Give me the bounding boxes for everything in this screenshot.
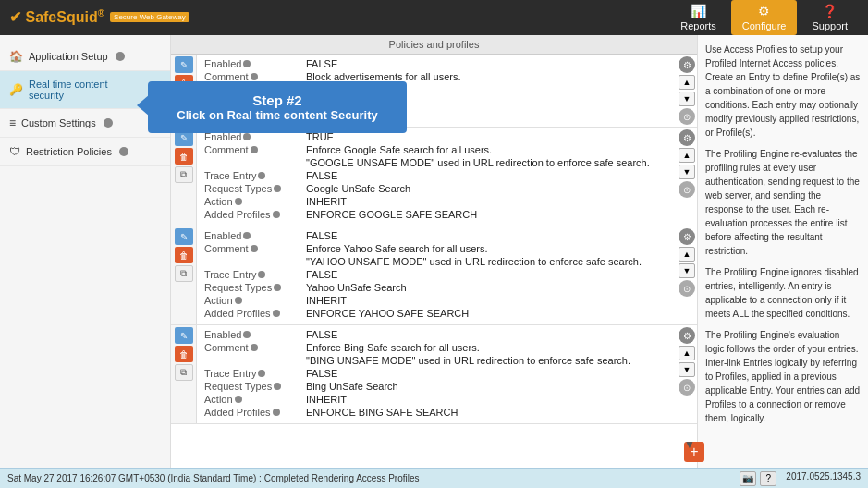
info-dot bbox=[251, 245, 258, 252]
policy-fields-2: Enabled TRUE Comment Enforce Google Safe… bbox=[197, 128, 677, 226]
down-button-4[interactable]: ▼ bbox=[679, 362, 695, 377]
copy-button-2[interactable]: ⧉ bbox=[175, 166, 193, 183]
policy-controls-2: ⚙ ▲ ▼ ⊙ bbox=[677, 128, 697, 226]
gear-button-2b[interactable]: ⊙ bbox=[679, 181, 695, 198]
copy-button-3[interactable]: ⧉ bbox=[175, 265, 193, 282]
field-row: Request Types Google UnSafe Search bbox=[204, 183, 669, 194]
sidebar-item-restriction-policies[interactable]: 🛡 Restriction Policies bbox=[0, 138, 170, 166]
reports-icon: 📊 bbox=[691, 4, 706, 18]
configure-icon: ⚙ bbox=[758, 4, 770, 18]
info-dot bbox=[243, 232, 251, 239]
help-button[interactable]: ? bbox=[760, 471, 776, 486]
down-button-3[interactable]: ▼ bbox=[679, 263, 695, 278]
field-row: Trace Entry FALSE bbox=[204, 368, 669, 379]
step-number: Step #2 bbox=[166, 92, 388, 108]
info-dot bbox=[251, 146, 258, 153]
scroll-down-indicator: ▼ bbox=[684, 438, 695, 451]
arrow-left bbox=[137, 94, 150, 116]
edit-button-3[interactable]: ✎ bbox=[175, 228, 193, 245]
gear-button-3b[interactable]: ⊙ bbox=[679, 280, 695, 297]
info-dot bbox=[235, 396, 242, 403]
info-dot-3 bbox=[119, 147, 128, 156]
gear-button-1b[interactable]: ⊙ bbox=[679, 108, 695, 125]
field-row: Action INHERIT bbox=[204, 394, 669, 405]
settings-icon: ≡ bbox=[9, 116, 16, 129]
field-row: "BING UNSAFE MODE" used in URL redirecti… bbox=[204, 355, 669, 366]
policy-fields-3: Enabled FALSE Comment Enforce Yahoo Safe… bbox=[197, 226, 677, 324]
field-row: Trace Entry FALSE bbox=[204, 170, 669, 181]
logo-icon: ✔ bbox=[9, 10, 21, 26]
field-row: "YAHOO UNSAFE MODE" used in URL redirect… bbox=[204, 256, 669, 267]
policy-controls-1: ⚙ ▲ ▼ ⊙ bbox=[677, 55, 697, 127]
step-instruction: Click on Real time content Security bbox=[166, 108, 388, 122]
logo-subtitle: Secure Web Gateway bbox=[110, 12, 189, 22]
down-button-1[interactable]: ▼ bbox=[679, 92, 695, 106]
edit-button-1[interactable]: ✎ bbox=[175, 56, 193, 73]
step-overlay: Step #2 Click on Real time content Secur… bbox=[148, 81, 407, 133]
nav-support-button[interactable]: ❓ Support bbox=[801, 0, 859, 35]
info-dot bbox=[273, 409, 280, 416]
info-dot bbox=[274, 383, 281, 390]
right-panel: Use Access Profiles to setup your Profil… bbox=[697, 35, 868, 468]
up-button-1[interactable]: ▲ bbox=[679, 75, 695, 90]
info-dot bbox=[251, 73, 258, 80]
policy-actions-2: ✎ 🗑 ⧉ bbox=[171, 128, 197, 226]
logo: ✔ SafeSquid® bbox=[9, 8, 104, 26]
policy-actions-4: ✎ 🗑 ⧉ bbox=[171, 325, 197, 423]
main: 🏠 Application Setup 🔑 Real time content … bbox=[0, 35, 868, 468]
right-panel-text2: The Profiling Engine re-evaluates the pr… bbox=[705, 147, 861, 258]
field-row: Added Profiles ENFORCE GOOGLE SAFE SEARC… bbox=[204, 209, 669, 220]
up-button-2[interactable]: ▲ bbox=[679, 148, 695, 163]
field-row: Request Types Bing UnSafe Search bbox=[204, 381, 669, 392]
nav-reports-button[interactable]: 📊 Reports bbox=[669, 0, 727, 35]
nav-right: 📊 Reports ⚙ Configure ❓ Support bbox=[669, 0, 859, 35]
up-button-4[interactable]: ▲ bbox=[679, 346, 695, 360]
screenshot-button[interactable]: 📷 bbox=[740, 471, 756, 486]
field-row: Request Types Yahoo UnSafe Search bbox=[204, 282, 669, 293]
info-dot bbox=[243, 60, 251, 67]
info-dot bbox=[251, 344, 258, 351]
delete-button-3[interactable]: 🗑 bbox=[175, 247, 193, 263]
field-row: Comment Enforce Yahoo Safe search for al… bbox=[204, 243, 669, 254]
status-text: Sat May 27 2017 16:26:07 GMT+0530 (India… bbox=[7, 473, 420, 483]
right-panel-text4: The Profiling Engine's evaluation logic … bbox=[705, 328, 861, 425]
field-row: Comment Enforce Bing Safe search for all… bbox=[204, 342, 669, 353]
right-panel-text1: Use Access Profiles to setup your Profil… bbox=[705, 43, 861, 140]
policy-controls-3: ⚙ ▲ ▼ ⊙ bbox=[677, 226, 697, 324]
up-button-3[interactable]: ▲ bbox=[679, 247, 695, 262]
info-dot bbox=[273, 211, 280, 218]
info-dot bbox=[258, 172, 265, 179]
gear-button-4b[interactable]: ⊙ bbox=[679, 379, 695, 396]
field-row: Added Profiles ENFORCE BING SAFE SEARCH bbox=[204, 407, 669, 418]
copy-button-4[interactable]: ⧉ bbox=[175, 364, 193, 381]
field-row: Enabled FALSE bbox=[204, 329, 669, 340]
info-dot bbox=[243, 133, 251, 140]
sidebar-item-application-setup[interactable]: 🏠 Application Setup bbox=[0, 43, 170, 71]
info-dot bbox=[274, 284, 281, 291]
field-row: Comment Enforce Google Safe search for a… bbox=[204, 144, 669, 155]
gear-button-3[interactable]: ⚙ bbox=[679, 228, 695, 245]
down-button-2[interactable]: ▼ bbox=[679, 165, 695, 179]
info-dot bbox=[235, 198, 242, 205]
delete-button-2[interactable]: 🗑 bbox=[175, 148, 193, 165]
field-row: "GOOGLE UNSAFE MODE" used in URL redirec… bbox=[204, 157, 669, 168]
info-dot bbox=[274, 185, 281, 192]
field-row: Enabled FALSE bbox=[204, 58, 669, 69]
edit-button-4[interactable]: ✎ bbox=[175, 327, 193, 344]
field-row: Enabled FALSE bbox=[204, 230, 669, 241]
gear-button-4[interactable]: ⚙ bbox=[679, 327, 695, 344]
info-dot bbox=[235, 297, 242, 304]
gear-button-1[interactable]: ⚙ bbox=[679, 56, 695, 73]
key-icon: 🔑 bbox=[9, 83, 23, 96]
field-row: Action INHERIT bbox=[204, 196, 669, 207]
info-dot bbox=[258, 271, 265, 278]
logo-area: ✔ SafeSquid® Secure Web Gateway bbox=[9, 8, 189, 26]
info-dot bbox=[273, 310, 280, 317]
bottom-icons: 📷 ? 2017.0525.1345.3 bbox=[740, 471, 861, 486]
delete-button-4[interactable]: 🗑 bbox=[175, 346, 193, 362]
table-row: ✎ 🗑 ⧉ Enabled TRUE Comment Enforce Googl… bbox=[171, 128, 697, 226]
right-panel-text3: The Profiling Engine ignores disabled en… bbox=[705, 265, 861, 321]
nav-configure-button[interactable]: ⚙ Configure bbox=[731, 0, 798, 35]
policy-fields-4: Enabled FALSE Comment Enforce Bing Safe … bbox=[197, 325, 677, 423]
gear-button-2[interactable]: ⚙ bbox=[679, 129, 695, 146]
